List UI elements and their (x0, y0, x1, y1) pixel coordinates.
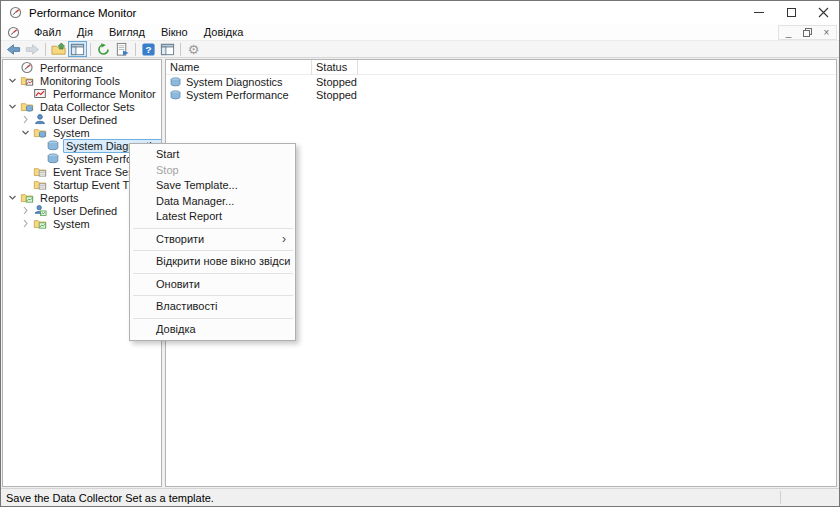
menu-дія[interactable]: Дія (69, 24, 101, 41)
chevron-right-icon[interactable] (19, 115, 32, 125)
close-button[interactable] (807, 1, 839, 24)
context-menu-item-start[interactable]: Start (130, 147, 295, 163)
chevron-down-icon[interactable] (19, 128, 32, 138)
close-icon (818, 7, 829, 18)
tree-item-label: Reports (37, 191, 82, 205)
mdi-minimize-button[interactable]: _ (779, 26, 798, 39)
forward-arrow-button[interactable] (23, 41, 42, 57)
menu-довідка[interactable]: Довідка (196, 24, 252, 41)
chevron-down-icon[interactable] (6, 102, 19, 112)
tree-item-user-defined[interactable]: User Defined (3, 113, 161, 126)
context-menu-item-оновити[interactable]: Оновити (130, 277, 295, 293)
perfmon-logo-icon (9, 6, 23, 20)
menubar: ФайлДіяВиглядВікноДовідка _ × (1, 24, 839, 41)
help-button[interactable]: ? (139, 41, 158, 57)
show-action-pane-button[interactable] (158, 41, 177, 57)
list-item-system-diagnostics[interactable]: System DiagnosticsStopped (166, 75, 836, 88)
minimize-button[interactable] (743, 1, 775, 24)
mdi-close-button[interactable]: × (817, 26, 836, 39)
tree-item-label: User Defined (50, 113, 120, 127)
chart-red-icon (32, 87, 47, 100)
context-menu-item-data-manager[interactable]: Data Manager... (130, 194, 295, 210)
up-one-level-button[interactable] (49, 41, 68, 57)
chevron-spacer (6, 63, 19, 73)
menu-separator (133, 273, 293, 274)
tree-item-label: Monitoring Tools (37, 74, 123, 88)
context-menu-item-stop: Stop (130, 163, 295, 179)
tree-item-label: User Defined (50, 204, 120, 218)
tree-item-performance-monitor[interactable]: Performance Monitor (3, 87, 161, 100)
show-action-pane-icon (160, 42, 175, 57)
context-menu-item-довідка[interactable]: Довідка (130, 322, 295, 338)
column-header-status[interactable]: Status (312, 60, 358, 75)
back-arrow-button[interactable] (4, 41, 23, 57)
chevron-down-icon[interactable] (6, 76, 19, 86)
context-menu-item-відкрити-нове-вікно-звідси[interactable]: Відкрити нове вікно звідси (130, 254, 295, 270)
collector-set-icon (168, 75, 183, 88)
context-menu-item-latest-report[interactable]: Latest Report (130, 209, 295, 225)
list-column-headers: NameStatus (166, 60, 836, 75)
tree-item-system[interactable]: System (3, 126, 161, 139)
chevron-spacer (32, 141, 45, 151)
toolbar: ?⚙ (1, 41, 839, 58)
tree-item-monitoring-tools[interactable]: Monitoring Tools (3, 74, 161, 87)
user-report-icon (32, 204, 47, 217)
toolbar-separator (45, 43, 46, 56)
titlebar-controls (743, 1, 839, 24)
folder-trace-icon (32, 178, 47, 191)
folder-collector-icon (32, 126, 47, 139)
folder-chart-icon (19, 74, 34, 87)
export-list-button[interactable] (113, 41, 132, 57)
menu-separator (133, 318, 293, 319)
export-list-icon (115, 42, 130, 57)
context-menu-item-властивості[interactable]: Властивості (130, 299, 295, 315)
chevron-spacer (19, 89, 32, 99)
chevron-right-icon[interactable] (19, 206, 32, 216)
chevron-spacer (32, 154, 45, 164)
show-console-tree-icon (70, 42, 85, 57)
menu-вікно[interactable]: Вікно (153, 24, 196, 41)
toolbar-separator (180, 43, 181, 56)
folder-report-icon (19, 191, 34, 204)
chevron-right-icon[interactable] (19, 219, 32, 229)
tree-item-performance[interactable]: Performance (3, 61, 161, 74)
refresh-icon (96, 42, 111, 57)
context-menu-item-save-template[interactable]: Save Template... (130, 178, 295, 194)
svg-text:?: ? (145, 44, 151, 55)
collector-set-icon (168, 88, 183, 101)
menubar-items: ФайлДіяВиглядВікноДовідка (26, 24, 251, 41)
maximize-icon (787, 8, 796, 17)
window-title: Performance Monitor (29, 7, 136, 19)
menu-файл[interactable]: Файл (26, 24, 69, 41)
launch-disabled-icon: ⚙ (188, 43, 200, 56)
app-window: Performance Monitor ФайлДіяВиглядВікноДо… (0, 0, 840, 507)
tree-item-data-collector-sets[interactable]: Data Collector Sets (3, 100, 161, 113)
collector-set-icon (45, 152, 60, 165)
tree-item-label: System (50, 217, 93, 231)
minimize-icon (754, 12, 764, 13)
show-console-tree-button[interactable] (68, 41, 87, 57)
mdi-window-controls: _ × (778, 25, 837, 40)
status-text: Save the Data Collector Set as a templat… (1, 492, 214, 504)
tree-item-label: System (50, 126, 93, 140)
chevron-spacer (19, 180, 32, 190)
restore-icon (803, 28, 812, 37)
launch-disabled-button[interactable]: ⚙ (184, 41, 203, 57)
titlebar[interactable]: Performance Monitor (1, 1, 839, 24)
list-item-system-performance[interactable]: System PerformanceStopped (166, 88, 836, 101)
column-header-name[interactable]: Name (166, 60, 312, 75)
mdi-restore-button[interactable] (798, 26, 817, 39)
maximize-button[interactable] (775, 1, 807, 24)
collector-set-icon (45, 139, 60, 152)
folder-collector-icon (19, 100, 34, 113)
chevron-down-icon[interactable] (6, 193, 19, 203)
menu-вигляд[interactable]: Вигляд (101, 24, 153, 41)
submenu-arrow-icon: › (282, 232, 286, 248)
context-menu: StartStopSave Template...Data Manager...… (129, 143, 296, 341)
refresh-button[interactable] (94, 41, 113, 57)
list-item-name: System Diagnostics (186, 76, 283, 88)
statusbar: Save the Data Collector Set as a templat… (1, 488, 839, 506)
context-menu-item-створити[interactable]: Створити› (130, 232, 295, 248)
list-item-name: System Performance (186, 89, 289, 101)
help-icon: ? (141, 42, 156, 57)
